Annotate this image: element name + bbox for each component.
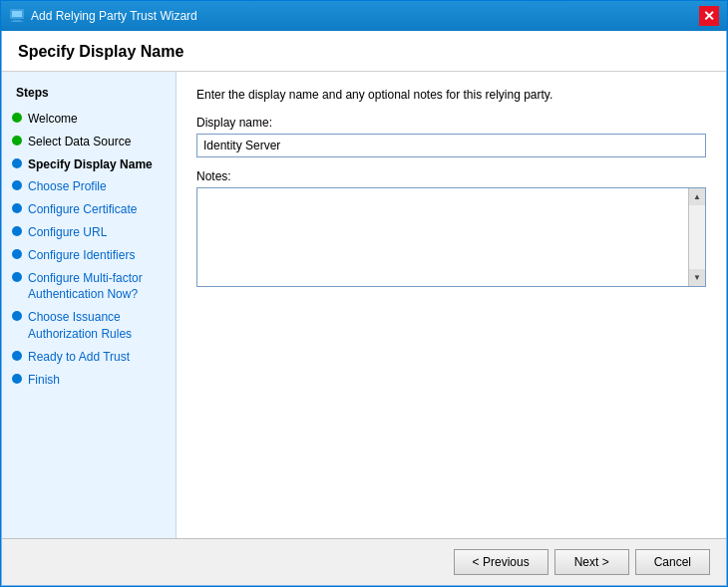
window-title: Add Relying Party Trust Wizard [31, 9, 197, 23]
sidebar-dot-configure-url [12, 226, 22, 236]
display-name-label: Display name: [196, 116, 706, 130]
sidebar-item-specify-display-name[interactable]: Specify Display Name [2, 153, 176, 176]
sidebar-label-configure-url: Configure URL [28, 224, 107, 241]
sidebar-label-choose-profile: Choose Profile [28, 178, 107, 195]
cancel-button[interactable]: Cancel [635, 549, 710, 575]
notes-wrapper: ▲ ▼ [196, 187, 706, 287]
sidebar-dot-choose-profile [12, 180, 22, 190]
sidebar-label-choose-issuance: Choose Issuance Authorization Rules [28, 309, 166, 343]
next-button[interactable]: Next > [554, 549, 629, 575]
sidebar-header: Steps [2, 82, 176, 108]
sidebar-item-welcome[interactable]: Welcome [2, 108, 176, 131]
sidebar-dot-specify-display-name [12, 158, 22, 168]
sidebar-label-specify-display-name: Specify Display Name [28, 156, 153, 173]
sidebar-label-configure-multifactor: Configure Multi-factor Authentication No… [28, 270, 166, 304]
display-name-input[interactable] [196, 134, 706, 157]
sidebar-label-configure-certificate: Configure Certificate [28, 201, 137, 218]
sidebar-dot-configure-certificate [12, 203, 22, 213]
sidebar-item-select-data-source[interactable]: Select Data Source [2, 131, 176, 153]
svg-rect-3 [11, 21, 23, 22]
sidebar-dot-welcome [12, 113, 22, 123]
sidebar-label-finish: Finish [28, 372, 60, 389]
sidebar-label-ready-to-add: Ready to Add Trust [28, 349, 130, 366]
sidebar-dot-finish [12, 374, 22, 384]
notes-label: Notes: [196, 169, 706, 183]
sidebar-item-configure-multifactor[interactable]: Configure Multi-factor Authentication No… [2, 267, 176, 307]
sidebar-label-welcome: Welcome [28, 111, 78, 128]
content-area: Steps WelcomeSelect Data SourceSpecify D… [2, 72, 726, 538]
main-content: Enter the display name and any optional … [177, 72, 726, 538]
footer: < Previous Next > Cancel [2, 538, 726, 585]
sidebar-item-ready-to-add[interactable]: Ready to Add Trust [2, 346, 176, 369]
notes-input[interactable] [197, 188, 705, 286]
sidebar-label-select-data-source: Select Data Source [28, 134, 131, 150]
instruction-text: Enter the display name and any optional … [196, 88, 706, 102]
wizard-window: Add Relying Party Trust Wizard ✕ Specify… [0, 0, 728, 587]
sidebar-dot-configure-multifactor [12, 272, 22, 282]
sidebar-dot-choose-issuance [12, 311, 22, 321]
sidebar-item-configure-identifiers[interactable]: Configure Identifiers [2, 244, 176, 267]
svg-rect-1 [12, 11, 22, 17]
sidebar-item-choose-profile[interactable]: Choose Profile [2, 175, 176, 198]
sidebar-item-configure-certificate[interactable]: Configure Certificate [2, 198, 176, 221]
sidebar-dot-configure-identifiers [12, 249, 22, 259]
sidebar-label-configure-identifiers: Configure Identifiers [28, 247, 135, 264]
window-body: Specify Display Name Steps WelcomeSelect… [1, 31, 727, 586]
scroll-up-arrow[interactable]: ▲ [689, 188, 705, 205]
sidebar: Steps WelcomeSelect Data SourceSpecify D… [2, 72, 177, 538]
title-bar: Add Relying Party Trust Wizard ✕ [1, 1, 727, 31]
sidebar-item-configure-url[interactable]: Configure URL [2, 221, 176, 244]
notes-scrollbar[interactable]: ▲ ▼ [688, 188, 705, 286]
scroll-down-arrow[interactable]: ▼ [689, 269, 705, 286]
sidebar-item-choose-issuance[interactable]: Choose Issuance Authorization Rules [2, 306, 176, 346]
sidebar-dot-select-data-source [12, 136, 22, 146]
close-button[interactable]: ✕ [699, 6, 719, 26]
page-title: Specify Display Name [2, 31, 726, 72]
sidebar-item-finish[interactable]: Finish [2, 369, 176, 392]
window-icon [9, 8, 25, 24]
previous-button[interactable]: < Previous [454, 549, 548, 575]
sidebar-dot-ready-to-add [12, 351, 22, 361]
